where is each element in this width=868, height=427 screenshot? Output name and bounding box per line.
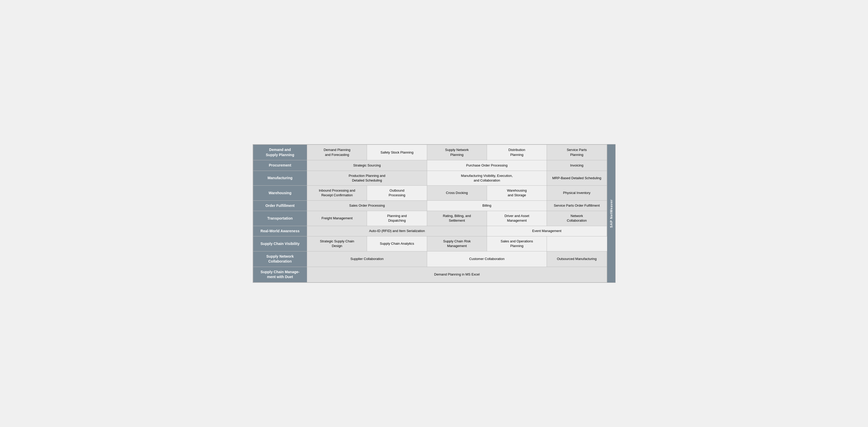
table-row: ManufacturingProduction Planning and Det… [253, 171, 607, 186]
table-cell: Rating, Billing, and Settlement [427, 211, 487, 226]
row-header: Warehousing [253, 186, 307, 200]
table-cell: Sales and Operations Planning [487, 236, 547, 251]
table-cell: Strategic Sourcing [307, 160, 427, 171]
table-cell: Supply Chain Analytics [367, 236, 427, 251]
table-cell: Strategic Supply Chain Design [307, 236, 367, 251]
row-header: Supply Chain Manage- ment with Duet [253, 267, 307, 282]
table-cell: Demand Planning and Forecasting [307, 145, 367, 160]
page-wrapper: Demand and Supply PlanningDemand Plannin… [253, 144, 616, 283]
table-cell: Planning and Dispatching [367, 211, 427, 226]
main-table: Demand and Supply PlanningDemand Plannin… [253, 144, 607, 283]
table-row: ProcurementStrategic SourcingPurchase Or… [253, 160, 607, 171]
table-cell: Supply Chain Risk Management [427, 236, 487, 251]
table-cell: Warehousing and Storage [487, 186, 547, 200]
table-cell: Safety Stock Planning [367, 145, 427, 160]
table-row: Demand and Supply PlanningDemand Plannin… [253, 145, 607, 160]
table-row: Real-World AwarenessAuto-ID (RFID) and I… [253, 226, 607, 236]
table-row: Supply Chain Manage- ment with DuetDeman… [253, 267, 607, 282]
table-cell: Network Collaboration [547, 211, 607, 226]
table-cell: Outsourced Manufacturing [547, 251, 607, 267]
row-header: Procurement [253, 160, 307, 171]
table-cell: Billing [427, 200, 547, 211]
table-cell: MRP-Based Detailed Scheduling [547, 171, 607, 186]
table-cell: Supply Network Planning [427, 145, 487, 160]
table-cell: Distribution Planning [487, 145, 547, 160]
table-row: Supply Network CollaborationSupplier Col… [253, 251, 607, 267]
table-cell: Manufacturing Visibility, Execution, and… [427, 171, 547, 186]
table-cell: Invoicing [547, 160, 607, 171]
table-cell: Physical Inventory [547, 186, 607, 200]
table-cell: Outbound Processing [367, 186, 427, 200]
table-cell: Cross Docking [427, 186, 487, 200]
row-header: Real-World Awareness [253, 226, 307, 236]
table-cell: Sales Order Processing [307, 200, 427, 211]
table-row: Order FulfillmentSales Order ProcessingB… [253, 200, 607, 211]
table-cell: Driver and Asset Management [487, 211, 547, 226]
table-row: WarehousingInbound Processing and Receip… [253, 186, 607, 200]
table-cell: Service Parts Planning [547, 145, 607, 160]
row-header: Order Fulfillment [253, 200, 307, 211]
table-cell: Freight Management [307, 211, 367, 226]
table-cell: Service Parts Order Fulfillment [547, 200, 607, 211]
sap-netweaver-label: SAP NetWeaver [607, 144, 616, 283]
table-cell: Purchase Order Processing [427, 160, 547, 171]
table-cell: Supplier Collaboration [307, 251, 427, 267]
table-cell: Event Management [487, 226, 607, 236]
table-row: TransportationFreight ManagementPlanning… [253, 211, 607, 226]
table-row: Supply Chain VisibilityStrategic Supply … [253, 236, 607, 251]
row-header: Demand and Supply Planning [253, 145, 307, 160]
row-header: Supply Chain Visibility [253, 236, 307, 251]
table-cell: Production Planning and Detailed Schedul… [307, 171, 427, 186]
table-cell: Demand Planning in MS Excel [307, 267, 607, 282]
row-header: Manufacturing [253, 171, 307, 186]
row-header: Transportation [253, 211, 307, 226]
row-header: Supply Network Collaboration [253, 251, 307, 267]
table-cell: Customer Collaboration [427, 251, 547, 267]
table-container: Demand and Supply PlanningDemand Plannin… [253, 144, 607, 283]
table-cell: Auto-ID (RFID) and Item Serialization [307, 226, 487, 236]
table-cell: Inbound Processing and Receipt Confirmat… [307, 186, 367, 200]
